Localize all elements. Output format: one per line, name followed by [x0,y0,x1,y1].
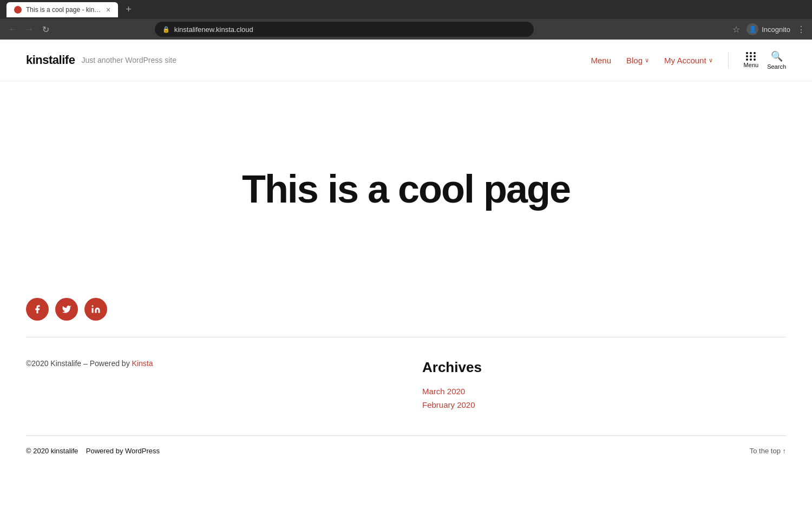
reload-button[interactable]: ↻ [39,23,52,36]
extra-search-button[interactable]: 🔍 Search [767,50,786,70]
archive-link-february[interactable]: February 2020 [422,400,786,409]
nav-blog-link[interactable]: Blog ∨ [626,56,649,65]
dots-row-2 [746,55,756,57]
social-icons [26,298,786,321]
kinsta-link[interactable]: Kinsta [132,359,153,368]
forward-button[interactable]: → [23,23,36,36]
browser-tab[interactable]: This is a cool page - kinstalife × [6,2,118,17]
nav-buttons: ← → ↻ [6,23,52,36]
footer-copyright: ©2020 Kinstalife – Powered by Kinsta [26,359,390,414]
site-header: kinstalife Just another WordPress site M… [0,40,812,81]
facebook-icon-button[interactable] [26,298,49,321]
incognito-icon: 👤 [746,23,758,35]
dots-row-1 [746,52,756,54]
new-tab-button[interactable]: + [122,4,135,15]
tab-favicon [14,6,22,14]
tab-close-button[interactable]: × [106,5,110,14]
blog-chevron-icon: ∨ [645,57,649,64]
browser-menu-button[interactable]: ⋮ [797,24,806,35]
url-bar[interactable]: 🔒 kinstalifenew.kinsta.cloud [155,22,534,37]
linkedin-svg [91,304,101,314]
twitter-icon-button[interactable] [55,298,78,321]
bottom-bar: © 2020 kinstalife Powered by WordPress T… [0,436,812,466]
main-content: This is a cool page [0,81,812,287]
copyright-text: ©2020 Kinstalife – Powered by [26,359,132,368]
browser-actions: ☆ 👤 Incognito ⋮ [732,23,806,35]
lock-icon: 🔒 [162,26,170,33]
nav-divider [728,52,729,68]
twitter-svg [62,304,71,314]
footer-archives: Archives March 2020 February 2020 [422,359,786,414]
nav-myaccount-link[interactable]: My Account ∨ [664,56,713,65]
to-top-link[interactable]: To the top ↑ [750,447,786,455]
facebook-svg [32,304,42,314]
browser-chrome: This is a cool page - kinstalife × + [0,0,812,19]
star-button[interactable]: ☆ [732,24,740,35]
site-tagline: Just another WordPress site [81,56,176,64]
bottom-copyright-year: © 2020 kinstalife [26,447,78,455]
linkedin-icon-button[interactable] [84,298,107,321]
nav-menu-link[interactable]: Menu [591,56,612,65]
url-text: kinstalifenew.kinsta.cloud [174,25,253,34]
bottom-copyright: © 2020 kinstalife Powered by WordPress [26,447,160,455]
incognito-label: Incognito [762,25,790,34]
extra-search-label: Search [767,63,786,70]
incognito-badge: 👤 Incognito [746,23,790,35]
extra-menu-button[interactable]: Menu [744,52,759,68]
site-logo[interactable]: kinstalife [26,53,75,67]
footer-main: ©2020 Kinstalife – Powered by Kinsta Arc… [0,337,812,435]
myaccount-chevron-icon: ∨ [709,57,713,64]
extra-menu-label: Menu [744,62,759,68]
footer-social [0,287,812,337]
search-icon: 🔍 [771,50,783,62]
tab-title: This is a cool page - kinstalife [26,6,102,14]
dots-row-3 [746,58,756,61]
site-nav: Menu Blog ∨ My Account ∨ [591,50,787,70]
address-bar: ← → ↻ 🔒 kinstalifenew.kinsta.cloud ☆ 👤 I… [0,19,812,40]
nav-extra: Menu 🔍 Search [744,50,786,70]
page-title: This is a cool page [242,168,570,211]
back-button[interactable]: ← [6,23,19,36]
svg-point-0 [92,305,94,307]
archives-title: Archives [422,359,786,376]
site-brand: kinstalife Just another WordPress site [26,53,176,67]
archive-link-march[interactable]: March 2020 [422,387,786,396]
powered-by-wordpress: Powered by WordPress [86,447,160,455]
